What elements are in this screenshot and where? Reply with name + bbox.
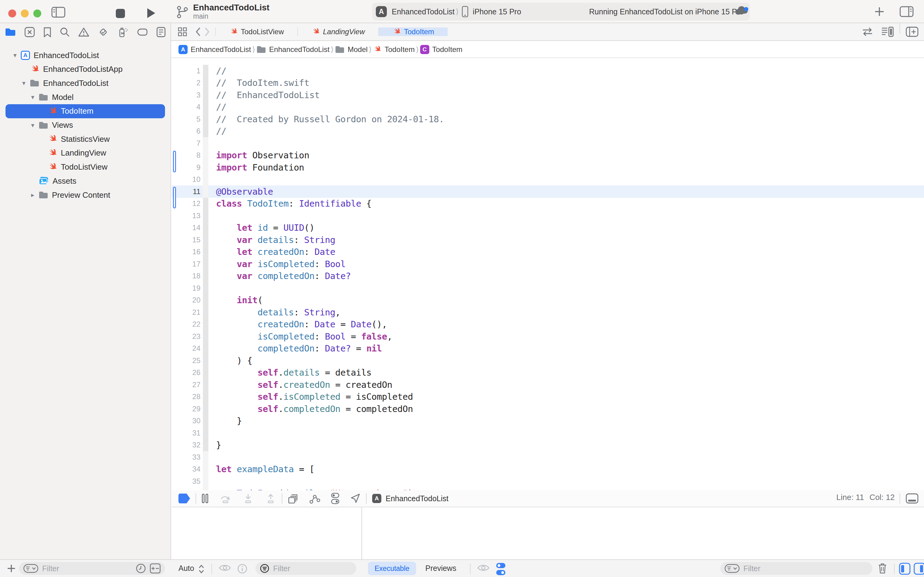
report-navigator-icon[interactable] (156, 27, 166, 37)
code-line-partial[interactable]: 36 TodoItem(details: "Have a shower"), (172, 487, 924, 490)
fold-ribbon[interactable] (203, 439, 208, 451)
navigator-filter-field[interactable]: Filter (19, 562, 165, 575)
close-window-button[interactable] (8, 10, 16, 18)
sidebar-item-views[interactable]: ▾Views (0, 118, 199, 132)
breadcrumb-item-1[interactable]: EnhancedTodoList (256, 45, 329, 54)
fold-ribbon[interactable] (203, 294, 208, 306)
fold-ribbon[interactable] (203, 487, 208, 490)
fold-ribbon[interactable] (203, 258, 208, 270)
fold-ribbon[interactable] (203, 403, 208, 415)
code-line-2[interactable]: 2// TodoItem.swift (172, 77, 924, 89)
toggle-navigator-icon[interactable] (52, 7, 65, 18)
sidebar-item-enhancedtodolistapp[interactable]: EnhancedTodoListApp (0, 62, 190, 76)
fold-ribbon[interactable] (203, 379, 208, 391)
code-line-7[interactable]: 7 (172, 137, 924, 150)
disclosure-closed-icon[interactable]: ▸ (29, 191, 37, 199)
disclosure-open-icon[interactable]: ▾ (29, 122, 37, 129)
code-line-30[interactable]: 30 } (172, 415, 924, 427)
code-line-24[interactable]: 24 completedOn: Date? = nil (172, 343, 924, 355)
test-navigator-icon[interactable] (98, 27, 109, 38)
console-filter-options-icon[interactable] (724, 564, 740, 573)
fold-ribbon[interactable] (203, 318, 208, 331)
code-line-11[interactable]: 11@Observable (172, 185, 924, 198)
sidebar-item-model[interactable]: ▾Model (0, 90, 199, 104)
fold-ribbon[interactable] (203, 77, 208, 89)
code-line-21[interactable]: 21 details: String, (172, 306, 924, 318)
breadcrumb-item-0[interactable]: AEnhancedTodoList (179, 45, 251, 54)
code-line-8[interactable]: 8import Observation (172, 150, 924, 162)
code-line-13[interactable]: 13 (172, 210, 924, 222)
fold-ribbon[interactable] (203, 415, 208, 427)
scheme-app-icon[interactable]: A (376, 6, 387, 17)
quicklook-icon[interactable] (219, 564, 231, 572)
simulate-location-icon[interactable] (350, 493, 361, 504)
xcode-cloud-icon[interactable] (734, 5, 749, 16)
sidebar-item-preview-content[interactable]: ▸Preview Content (0, 188, 199, 202)
run-button[interactable] (146, 7, 156, 19)
tab-todolistview[interactable]: TodoListView (215, 27, 298, 36)
code-line-10[interactable]: 10 (172, 174, 924, 186)
debug-navigator-icon[interactable] (118, 26, 128, 38)
disclosure-open-icon[interactable]: ▾ (20, 79, 28, 87)
fold-ribbon[interactable] (203, 475, 208, 487)
code-line-23[interactable]: 23 isCompleted: Bool = false, (172, 330, 924, 343)
project-navigator-icon[interactable] (5, 27, 16, 37)
fold-ribbon[interactable] (203, 222, 208, 234)
fold-ribbon[interactable] (203, 306, 208, 318)
code-line-27[interactable]: 27 self.createdOn = createdOn (172, 379, 924, 391)
memory-graph-icon[interactable] (309, 493, 320, 504)
fold-ribbon[interactable] (203, 355, 208, 367)
print-description-icon[interactable] (237, 564, 248, 574)
console-filter-field[interactable]: Filter (720, 562, 872, 575)
sidebar-item-enhancedtodolist[interactable]: ▾AEnhancedTodoList (0, 48, 182, 62)
source-editor[interactable]: 1//2// TodoItem.swift3// EnhancedTodoLis… (172, 58, 924, 490)
clear-console-icon[interactable] (877, 562, 887, 575)
code-line-14[interactable]: 14 let id = UUID() (172, 222, 924, 234)
code-line-6[interactable]: 6// (172, 125, 924, 137)
fold-ribbon[interactable] (203, 89, 208, 101)
step-over-icon[interactable] (220, 493, 231, 503)
go-forward-icon[interactable] (204, 23, 210, 40)
filter-options-icon[interactable] (23, 564, 39, 573)
show-console-icon[interactable] (914, 562, 924, 575)
pause-execution-icon[interactable] (202, 493, 208, 503)
console-source-previews[interactable]: Previews (425, 564, 456, 573)
sidebar-item-enhancedtodolist[interactable]: ▾EnhancedTodoList (0, 76, 190, 90)
variables-view-mode[interactable]: Auto (179, 564, 194, 573)
source-control-status-icon[interactable] (150, 563, 161, 574)
scheme-bar[interactable]: A EnhancedTodoList ⟩ iPhone 15 Pro Runni… (372, 3, 750, 21)
bookmark-navigator-icon[interactable] (43, 27, 52, 37)
fold-ribbon[interactable] (203, 391, 208, 403)
code-line-32[interactable]: 32} (172, 439, 924, 451)
code-line-20[interactable]: 20 init( (172, 294, 924, 306)
step-out-icon[interactable] (265, 493, 276, 503)
run-destination[interactable]: iPhone 15 Pro (473, 7, 521, 16)
code-line-22[interactable]: 22 createdOn: Date = Date(), (172, 318, 924, 331)
show-variables-view-icon[interactable] (899, 562, 911, 575)
console-quicklook-icon[interactable] (477, 564, 489, 572)
add-file-button[interactable] (7, 562, 16, 575)
fold-ribbon[interactable] (203, 198, 208, 210)
fold-ribbon[interactable] (203, 451, 208, 463)
zoom-window-button[interactable] (33, 10, 41, 18)
hide-debug-area-icon[interactable] (906, 493, 919, 504)
code-line-12[interactable]: 12class TodoItem: Identifiable { (172, 198, 924, 210)
stop-button[interactable] (116, 8, 125, 18)
find-navigator-icon[interactable] (60, 27, 70, 37)
environment-overrides-icon[interactable] (331, 492, 340, 504)
breadcrumb-item-3[interactable]: TodoItem (373, 45, 415, 54)
code-line-17[interactable]: 17 var isCompleted: Bool (172, 258, 924, 270)
tab-todoitem[interactable]: TodoItem (379, 27, 448, 36)
change-bar[interactable] (173, 187, 176, 208)
swap-editors-icon[interactable] (862, 23, 873, 40)
minimize-window-button[interactable] (21, 10, 29, 18)
step-into-icon[interactable] (243, 493, 254, 503)
variables-filter-field[interactable]: Filter (256, 562, 356, 575)
sidebar-item-assets[interactable]: Assets (0, 174, 199, 188)
fold-ribbon[interactable] (203, 234, 208, 246)
go-back-icon[interactable] (195, 23, 201, 40)
code-line-1[interactable]: 1// (172, 65, 924, 77)
code-line-16[interactable]: 16 let createdOn: Date (172, 246, 924, 258)
fold-ribbon[interactable] (203, 427, 208, 439)
running-app-label[interactable]: EnhancedTodoList (386, 494, 449, 503)
